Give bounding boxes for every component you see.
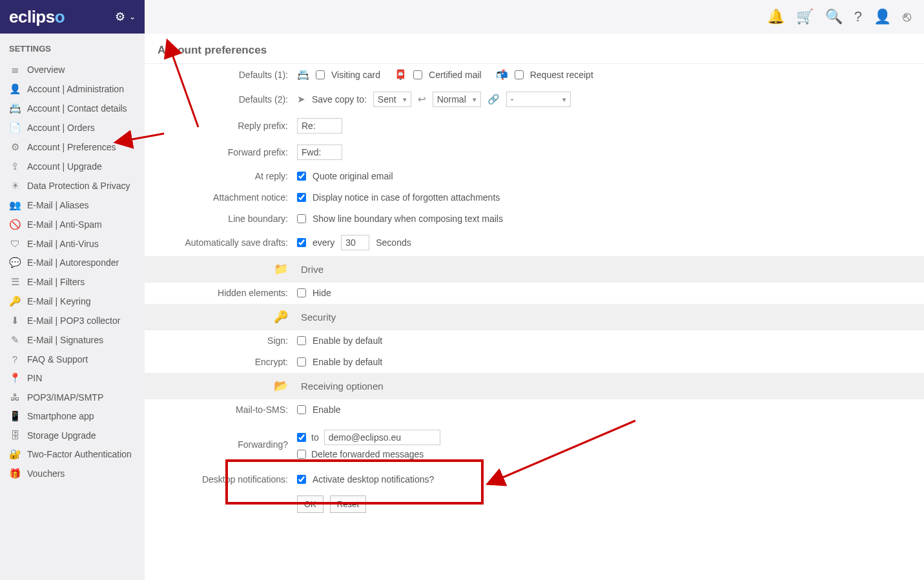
- checkbox-request-receipt[interactable]: [515, 70, 524, 79]
- checkbox-quote-original[interactable]: [297, 172, 306, 181]
- sidebar-item-email-antispam[interactable]: 🚫E-Mail | Anti-Spam: [0, 215, 145, 234]
- checkbox-mail-to-sms[interactable]: [297, 405, 306, 414]
- input-forwarding-email[interactable]: [324, 430, 440, 445]
- sidebar-item-2fa[interactable]: 🔐Two-Factor Authentication: [0, 445, 145, 464]
- text-desktop-notif: Activate desktop notifications?: [313, 474, 434, 485]
- bell-icon[interactable]: 🔔: [767, 8, 785, 25]
- download-icon: ⬇: [9, 315, 21, 326]
- section-drive: Drive: [301, 264, 323, 275]
- text-seconds: Seconds: [376, 237, 411, 248]
- label-attachment-notice: Attachment notice:: [145, 192, 297, 203]
- lock-icon: 🔐: [9, 448, 21, 460]
- checkbox-line-boundary[interactable]: [297, 214, 306, 223]
- reset-button[interactable]: Reset: [330, 495, 366, 513]
- ok-button[interactable]: OK: [297, 495, 323, 513]
- checkbox-sign[interactable]: [297, 336, 306, 345]
- checkbox-delete-forwarded[interactable]: [297, 450, 306, 459]
- sidebar-item-overview[interactable]: ≣Overview: [0, 60, 145, 79]
- upgrade-icon: ⇪: [9, 161, 21, 172]
- sidebar-item-pin[interactable]: 📍PIN: [0, 368, 145, 388]
- label-at-reply: At reply:: [145, 171, 297, 181]
- sidebar-item-account-upgrade[interactable]: ⇪Account | Upgrade: [0, 157, 145, 176]
- checkbox-forwarding-to[interactable]: [297, 433, 306, 442]
- gear-icon: ⚙: [9, 141, 21, 153]
- sidebar-item-vouchers[interactable]: 🎁Vouchers: [0, 464, 145, 483]
- label-sign: Sign:: [145, 335, 297, 346]
- sidebar-item-privacy[interactable]: ☀Data Protection & Privacy: [0, 176, 145, 195]
- sidebar-item-account-admin[interactable]: 👤Account | Administration: [0, 79, 145, 99]
- checkbox-desktop-notif[interactable]: [297, 475, 306, 484]
- text-every: every: [313, 237, 334, 248]
- inbox-icon: 📂: [274, 379, 288, 392]
- label-line-boundary: Line boundary:: [145, 214, 297, 224]
- input-auto-save-seconds[interactable]: [341, 235, 369, 250]
- help-icon[interactable]: ?: [854, 8, 862, 25]
- document-icon: 📄: [9, 122, 21, 134]
- privacy-icon: ☀: [9, 180, 21, 192]
- text-hide: Hide: [313, 288, 331, 298]
- sidebar-item-faq[interactable]: ?FAQ & Support: [0, 350, 145, 368]
- sidebar-item-email-autoresponder[interactable]: 💬E-Mail | Autoresponder: [0, 253, 145, 272]
- sidebar-item-email-signatures[interactable]: ✎E-Mail | Signatures: [0, 330, 145, 350]
- checkbox-hide[interactable]: [297, 288, 306, 297]
- cart-icon[interactable]: 🛒: [796, 8, 814, 25]
- text-certified-mail: Certified mail: [429, 70, 482, 80]
- logo-area: eclipso ⚙ ⌄: [0, 0, 145, 34]
- id-card-icon: 📇: [9, 103, 21, 114]
- checkbox-encrypt[interactable]: [297, 357, 306, 366]
- text-encrypt: Enable by default: [313, 357, 382, 367]
- sidebar-item-email-pop3[interactable]: ⬇E-Mail | POP3 collector: [0, 311, 145, 330]
- gift-icon: 🎁: [9, 468, 21, 479]
- select-extra[interactable]: -: [506, 92, 571, 107]
- sidebar-item-email-antivirus[interactable]: 🛡E-Mail | Anti-Virus: [0, 234, 145, 253]
- text-to: to: [311, 432, 319, 443]
- input-reply-prefix[interactable]: [297, 118, 342, 134]
- checkbox-visiting-card[interactable]: [316, 70, 325, 79]
- vcard-icon: 📇: [297, 69, 309, 81]
- sidebar-item-account-contact[interactable]: 📇Account | Contact details: [0, 99, 145, 118]
- server-icon: 🖧: [9, 392, 21, 403]
- user-icon[interactable]: 👤: [874, 8, 891, 25]
- checkbox-certified-mail[interactable]: [413, 70, 422, 79]
- sidebar-item-email-filters[interactable]: ☰E-Mail | Filters: [0, 272, 145, 292]
- gear-icon[interactable]: ⚙: [115, 10, 125, 24]
- search-icon[interactable]: 🔍: [825, 8, 843, 25]
- sidebar-item-email-aliases[interactable]: 👥E-Mail | Aliases: [0, 195, 145, 215]
- select-sent-folder[interactable]: Sent: [373, 92, 411, 107]
- input-forward-prefix[interactable]: [297, 145, 342, 160]
- text-visiting-card: Visiting card: [331, 70, 380, 80]
- text-attachment-notice: Display notice in case of forgotten atta…: [313, 192, 500, 203]
- sidebar-item-account-orders[interactable]: 📄Account | Orders: [0, 118, 145, 137]
- logout-icon[interactable]: ⎋: [903, 8, 911, 25]
- text-save-copy-to: Save copy to:: [312, 94, 367, 105]
- key-icon: 🔑: [9, 295, 21, 307]
- label-forwarding: Forwarding?: [145, 439, 297, 450]
- checkbox-attachment-notice[interactable]: [297, 193, 306, 202]
- shield-icon: 🛡: [9, 238, 21, 249]
- topbar-actions: 🔔 🛒 🔍 ? 👤 ⎋: [767, 8, 924, 25]
- checkbox-auto-save[interactable]: [297, 238, 306, 247]
- label-defaults2: Defaults (2):: [145, 94, 297, 105]
- sidebar-item-storage[interactable]: 🗄Storage Upgrade: [0, 426, 145, 445]
- sidebar-item-pop3imap[interactable]: 🖧POP3/IMAP/SMTP: [0, 388, 145, 406]
- block-icon: 🚫: [9, 219, 21, 230]
- section-security: Security: [301, 312, 336, 323]
- key-section-icon: 🔑: [274, 310, 288, 323]
- text-delete-forwarded: Delete forwarded messages: [311, 449, 424, 459]
- select-priority[interactable]: Normal: [433, 92, 481, 107]
- sidebar-item-smartphone[interactable]: 📱Smartphone app: [0, 406, 145, 426]
- label-auto-save: Automatically save drafts:: [145, 237, 297, 248]
- label-defaults1: Defaults (1):: [145, 70, 297, 80]
- preferences-form: Defaults (1): 📇 Visiting card 📮 Certifie…: [145, 64, 924, 519]
- text-enable: Enable: [313, 405, 341, 415]
- label-hidden-elements: Hidden elements:: [145, 288, 297, 298]
- text-request-receipt: Request receipt: [530, 70, 593, 80]
- sidebar-item-account-preferences[interactable]: ⚙Account | Preferences: [0, 137, 145, 157]
- label-forward-prefix: Forward prefix:: [145, 147, 297, 157]
- phone-icon: 📱: [9, 410, 21, 422]
- filter-icon: ☰: [9, 276, 21, 288]
- chevron-down-icon[interactable]: ⌄: [129, 12, 136, 21]
- send-icon: ➤: [297, 94, 305, 105]
- sidebar-item-email-keyring[interactable]: 🔑E-Mail | Keyring: [0, 292, 145, 311]
- sidebar: SETTINGS ≣Overview 👤Account | Administra…: [0, 34, 145, 580]
